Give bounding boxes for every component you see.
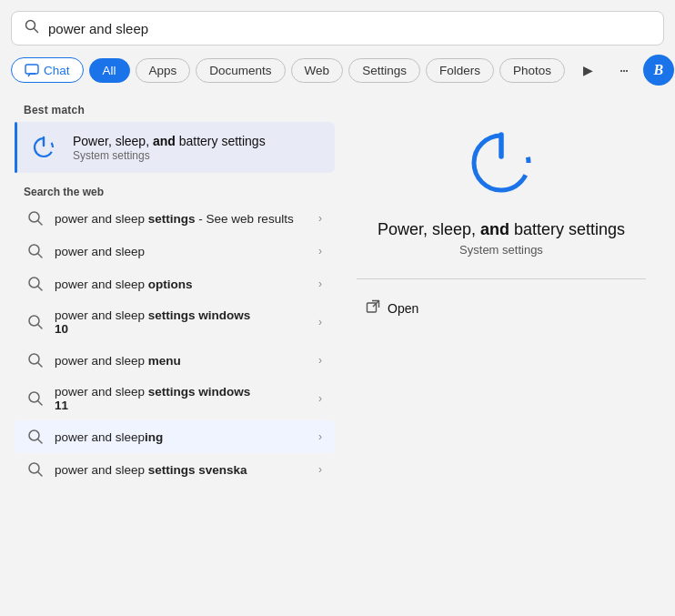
tab-web-label: Web bbox=[305, 64, 330, 77]
tab-photos[interactable]: Photos bbox=[499, 58, 565, 83]
web-item-5[interactable]: power and sleep menu › bbox=[15, 344, 335, 377]
web-item-2-text: power and sleep bbox=[55, 245, 307, 258]
open-button[interactable]: Open bbox=[357, 294, 428, 322]
web-item-1-text: power and sleep settings - See web resul… bbox=[55, 212, 307, 226]
tab-settings-label: Settings bbox=[362, 64, 407, 77]
best-match-text: Power, sleep, and battery settings Syste… bbox=[73, 134, 266, 162]
svg-line-20 bbox=[38, 472, 42, 476]
web-search-icon-6 bbox=[27, 390, 44, 407]
svg-line-16 bbox=[38, 401, 42, 405]
tab-chat[interactable]: Chat bbox=[11, 57, 84, 83]
best-match-title: Power, sleep, and battery settings bbox=[73, 134, 266, 148]
chevron-icon-4: › bbox=[318, 316, 322, 328]
tab-web[interactable]: Web bbox=[291, 58, 344, 83]
divider bbox=[357, 278, 646, 279]
chevron-icon-2: › bbox=[318, 245, 322, 258]
tab-documents-label: Documents bbox=[209, 64, 271, 77]
chevron-icon-1: › bbox=[318, 212, 322, 225]
chat-icon bbox=[25, 63, 39, 77]
tab-apps-label: Apps bbox=[149, 64, 177, 77]
search-bar bbox=[11, 11, 664, 45]
web-search-icon-4 bbox=[27, 314, 44, 330]
right-panel: Power, sleep, and battery settings Syste… bbox=[338, 95, 664, 616]
svg-line-1 bbox=[35, 29, 38, 33]
tab-folders-label: Folders bbox=[439, 64, 480, 77]
bing-button[interactable]: B bbox=[643, 55, 674, 86]
svg-point-5 bbox=[29, 212, 39, 222]
bing-icon: B bbox=[654, 62, 664, 78]
web-item-1[interactable]: power and sleep settings - See web resul… bbox=[15, 202, 335, 235]
chevron-icon-5: › bbox=[318, 354, 322, 367]
tab-all-label: All bbox=[103, 64, 116, 77]
tab-folders[interactable]: Folders bbox=[426, 58, 494, 83]
best-match-subtitle: System settings bbox=[73, 149, 266, 162]
web-item-7-text: power and sleeping bbox=[55, 430, 307, 444]
search-input[interactable] bbox=[48, 21, 650, 36]
svg-point-11 bbox=[29, 316, 39, 326]
chevron-icon-7: › bbox=[318, 430, 322, 443]
power-icon-small bbox=[27, 131, 60, 164]
best-match-wrapper: Power, sleep, and battery settings Syste… bbox=[11, 122, 338, 173]
web-item-8[interactable]: power and sleep settings svenska › bbox=[15, 453, 335, 486]
power-icon-large bbox=[460, 122, 542, 204]
search-icon bbox=[25, 19, 39, 37]
chevron-icon-3: › bbox=[318, 278, 322, 290]
svg-point-9 bbox=[29, 278, 39, 288]
svg-line-8 bbox=[38, 254, 42, 258]
tab-chat-label: Chat bbox=[44, 64, 70, 77]
best-match-label: Best match bbox=[11, 95, 338, 122]
tab-photos-label: Photos bbox=[513, 64, 551, 77]
web-item-4[interactable]: power and sleep settings windows10 › bbox=[15, 300, 335, 344]
web-search-icon-5 bbox=[27, 352, 44, 369]
search-container: Chat All Apps Documents Web Settings Fol… bbox=[0, 0, 675, 616]
open-label: Open bbox=[388, 301, 418, 316]
web-search-icon-1 bbox=[27, 210, 44, 227]
result-title: Power, sleep, and battery settings bbox=[378, 220, 625, 239]
play-button[interactable]: ▶ bbox=[574, 56, 603, 85]
web-item-5-text: power and sleep menu bbox=[55, 354, 307, 368]
tab-extras: ▶ ··· B bbox=[574, 55, 674, 86]
svg-point-19 bbox=[29, 463, 39, 473]
svg-point-15 bbox=[29, 392, 39, 402]
filter-tabs: Chat All Apps Documents Web Settings Fol… bbox=[11, 55, 664, 86]
web-item-3[interactable]: power and sleep options › bbox=[15, 268, 335, 300]
more-icon: ··· bbox=[619, 61, 627, 80]
web-item-4-text: power and sleep settings windows10 bbox=[55, 308, 307, 336]
svg-line-12 bbox=[38, 325, 42, 328]
web-search-icon-3 bbox=[27, 276, 44, 292]
web-search-icon-7 bbox=[27, 429, 44, 445]
tab-all[interactable]: All bbox=[89, 58, 130, 83]
svg-point-17 bbox=[29, 430, 39, 440]
open-external-icon bbox=[366, 299, 380, 317]
web-item-7[interactable]: power and sleeping › bbox=[15, 420, 335, 453]
chevron-icon-6: › bbox=[318, 392, 322, 405]
svg-line-6 bbox=[38, 221, 42, 225]
web-search-icon-2 bbox=[27, 243, 44, 259]
web-item-3-text: power and sleep options bbox=[55, 278, 307, 291]
tab-settings[interactable]: Settings bbox=[348, 58, 420, 83]
svg-point-7 bbox=[29, 245, 39, 255]
svg-line-18 bbox=[38, 439, 42, 443]
result-subtitle: System settings bbox=[459, 243, 543, 257]
web-item-6-text: power and sleep settings windows11 bbox=[55, 385, 307, 412]
web-search-icon-8 bbox=[27, 461, 44, 478]
more-button[interactable]: ··· bbox=[609, 56, 638, 85]
svg-rect-2 bbox=[25, 65, 38, 74]
best-match-item[interactable]: Power, sleep, and battery settings Syste… bbox=[15, 122, 335, 173]
main-content: Best match Power, sleep, and battery set… bbox=[11, 95, 664, 616]
left-panel: Best match Power, sleep, and battery set… bbox=[11, 95, 338, 616]
tab-documents[interactable]: Documents bbox=[196, 58, 285, 83]
chevron-icon-8: › bbox=[318, 463, 322, 476]
play-icon: ▶ bbox=[583, 63, 593, 77]
accent-bar bbox=[15, 122, 17, 173]
web-item-2[interactable]: power and sleep › bbox=[15, 235, 335, 268]
web-item-8-text: power and sleep settings svenska bbox=[55, 463, 307, 477]
tab-apps[interactable]: Apps bbox=[136, 58, 191, 83]
svg-point-13 bbox=[29, 354, 39, 364]
web-item-6[interactable]: power and sleep settings windows11 › bbox=[15, 377, 335, 420]
svg-line-14 bbox=[38, 363, 42, 367]
svg-line-10 bbox=[38, 287, 42, 290]
web-search-label: Search the web bbox=[11, 177, 338, 202]
